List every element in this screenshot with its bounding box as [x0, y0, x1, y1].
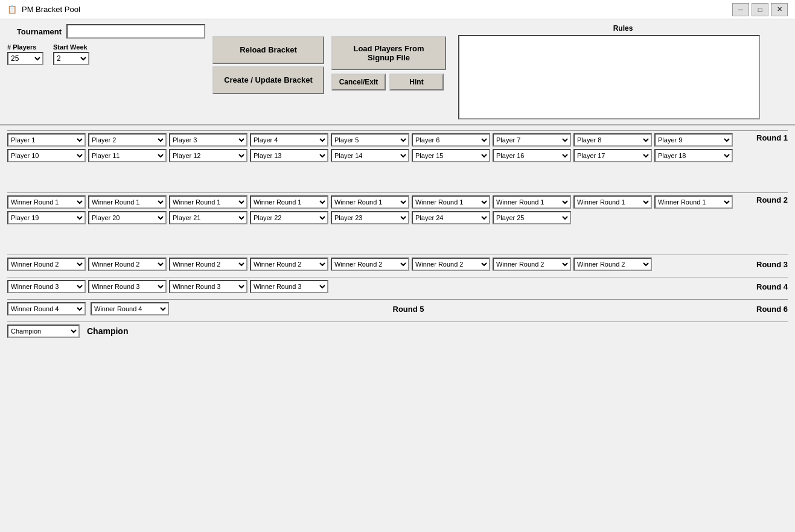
round3-section: Winner Round 2 Winner Round 2 Winner Rou…: [7, 255, 788, 273]
round1-player5[interactable]: Player 5: [331, 133, 409, 147]
round1-player8[interactable]: Player 8: [573, 133, 652, 147]
round5-label: Round 5: [393, 305, 424, 314]
round1-player15[interactable]: Player 15: [412, 149, 490, 162]
maximize-button[interactable]: □: [752, 3, 768, 16]
title-bar-left: 📋 PM Bracket Pool: [7, 5, 80, 14]
round1-player1[interactable]: Player 1: [7, 133, 86, 147]
cancel-exit-button[interactable]: Cancel/Exit: [331, 74, 386, 90]
round2-r1-2[interactable]: Winner Round 1: [88, 195, 167, 209]
round3-4[interactable]: Winner Round 2: [250, 258, 328, 271]
round4-1[interactable]: Winner Round 3: [7, 280, 86, 293]
round2-r2-3[interactable]: Player 20: [88, 211, 167, 224]
champion-dropdown[interactable]: Champion: [7, 325, 80, 338]
round1-player12[interactable]: Player 12: [169, 149, 247, 162]
round2-r1-4[interactable]: Winner Round 1: [250, 195, 328, 209]
app-title: PM Bracket Pool: [22, 5, 80, 14]
round2-r2-1[interactable]: Winner Round 1: [654, 195, 733, 209]
round1-player16[interactable]: Player 16: [493, 149, 571, 162]
round2-r2-4[interactable]: Player 21: [169, 211, 247, 224]
round1-player18[interactable]: Player 18: [654, 149, 733, 162]
round2-row: Winner Round 1 Winner Round 1 Winner Rou…: [7, 192, 788, 227]
champion-row: Champion Champion: [7, 321, 788, 340]
round3-label: Round 3: [746, 260, 788, 269]
round3-6[interactable]: Winner Round 2: [412, 258, 490, 271]
champion-label: Champion: [87, 326, 128, 336]
round3-3[interactable]: Winner Round 2: [169, 258, 247, 271]
players-label: # Players: [7, 43, 43, 51]
round1-player10[interactable]: Player 10: [7, 149, 86, 162]
round4-3[interactable]: Winner Round 3: [169, 280, 247, 293]
round2-r1-1[interactable]: Winner Round 1: [7, 195, 86, 209]
round1-spacer: [7, 165, 788, 189]
champion-section: Champion Champion: [7, 321, 788, 340]
round2-spacer: [7, 227, 788, 251]
round4-dropdowns: Winner Round 3 Winner Round 3 Winner Rou…: [7, 280, 743, 293]
round2-section: Winner Round 1 Winner Round 1 Winner Rou…: [7, 192, 788, 251]
round1-player3[interactable]: Player 3: [169, 133, 247, 147]
round3-1[interactable]: Winner Round 2: [7, 258, 86, 271]
round2-r2-8[interactable]: Player 25: [493, 211, 571, 224]
round5-1[interactable]: Winner Round 4: [7, 302, 86, 315]
round2-r1-6[interactable]: Winner Round 1: [412, 195, 490, 209]
round3-row: Winner Round 2 Winner Round 2 Winner Rou…: [7, 255, 788, 273]
round3-8[interactable]: Winner Round 2: [573, 258, 652, 271]
reload-bracket-button[interactable]: Reload Bracket: [212, 36, 324, 64]
start-week-dropdown[interactable]: 2 1345: [53, 52, 89, 65]
round1-dropdowns: Player 1 Player 2 Player 3 Player 4 Play…: [7, 133, 743, 162]
top-panel: Tournament # Players 25 1581632 Start We…: [0, 19, 795, 125]
players-dropdown[interactable]: 25 1581632: [7, 52, 43, 65]
round3-5[interactable]: Winner Round 2: [331, 258, 409, 271]
tournament-input[interactable]: [66, 24, 205, 39]
round1-player17[interactable]: Player 17: [573, 149, 652, 162]
round2-r1-5[interactable]: Winner Round 1: [331, 195, 409, 209]
main-content: Player 1 Player 2 Player 3 Player 4 Play…: [0, 125, 795, 532]
title-bar-controls[interactable]: ─ □ ✕: [732, 3, 788, 16]
round2-r2-6[interactable]: Player 23: [331, 211, 409, 224]
round1-player4[interactable]: Player 4: [250, 133, 328, 147]
round1-label: Round 1: [746, 133, 788, 142]
rules-panel: [458, 35, 760, 119]
round3-2[interactable]: Winner Round 2: [88, 258, 167, 271]
rules-area: Rules: [458, 24, 788, 119]
players-week-row: # Players 25 1581632 Start Week 2 1345: [7, 43, 205, 65]
round1-player11[interactable]: Player 11: [88, 149, 167, 162]
round4-section: Winner Round 3 Winner Round 3 Winner Rou…: [7, 277, 788, 296]
bracket-buttons: Reload Bracket Create / Update Bracket: [212, 36, 324, 94]
middle-controls: Load Players FromSignup File Cancel/Exit…: [331, 36, 446, 90]
tournament-label: Tournament: [7, 27, 62, 36]
round2-r2-5[interactable]: Player 22: [250, 211, 328, 224]
round4-4[interactable]: Winner Round 3: [250, 280, 328, 293]
close-button[interactable]: ✕: [771, 3, 788, 16]
round2-label: Round 2: [746, 195, 788, 204]
round2-r2-2[interactable]: Player 19: [7, 211, 86, 224]
round4-label: Round 4: [746, 282, 788, 291]
title-bar: 📋 PM Bracket Pool ─ □ ✕: [0, 0, 795, 19]
round1-player14[interactable]: Player 14: [331, 149, 409, 162]
round2-r1-3[interactable]: Winner Round 1: [169, 195, 247, 209]
round4-2[interactable]: Winner Round 3: [88, 280, 167, 293]
round4-row: Winner Round 3 Winner Round 3 Winner Rou…: [7, 277, 788, 296]
round3-7[interactable]: Winner Round 2: [493, 258, 571, 271]
app-container: Tournament # Players 25 1581632 Start We…: [0, 19, 795, 532]
hint-button[interactable]: Hint: [389, 74, 444, 90]
round1-player13[interactable]: Player 13: [250, 149, 328, 162]
week-field-group: Start Week 2 1345: [53, 43, 89, 65]
create-update-bracket-button[interactable]: Create / Update Bracket: [212, 66, 324, 94]
minimize-button[interactable]: ─: [732, 3, 749, 16]
round5-2[interactable]: Winner Round 4: [91, 302, 169, 315]
round2-r1-8[interactable]: Winner Round 1: [573, 195, 652, 209]
round1-row: Player 1 Player 2 Player 3 Player 4 Play…: [7, 130, 788, 165]
bottom-btns: Cancel/Exit Hint: [331, 74, 446, 90]
round1-player9[interactable]: Player 9: [654, 133, 733, 147]
round1-player7[interactable]: Player 7: [493, 133, 571, 147]
round1-player2[interactable]: Player 2: [88, 133, 167, 147]
round2-r2-7[interactable]: Player 24: [412, 211, 490, 224]
round1-player6[interactable]: Player 6: [412, 133, 490, 147]
start-week-label: Start Week: [53, 43, 89, 51]
app-icon: 📋: [7, 5, 17, 14]
round2-r1-7[interactable]: Winner Round 1: [493, 195, 571, 209]
round3-dropdowns: Winner Round 2 Winner Round 2 Winner Rou…: [7, 258, 743, 271]
load-players-button[interactable]: Load Players FromSignup File: [331, 36, 446, 70]
players-field-group: # Players 25 1581632: [7, 43, 43, 65]
round2-dropdowns: Winner Round 1 Winner Round 1 Winner Rou…: [7, 195, 743, 224]
